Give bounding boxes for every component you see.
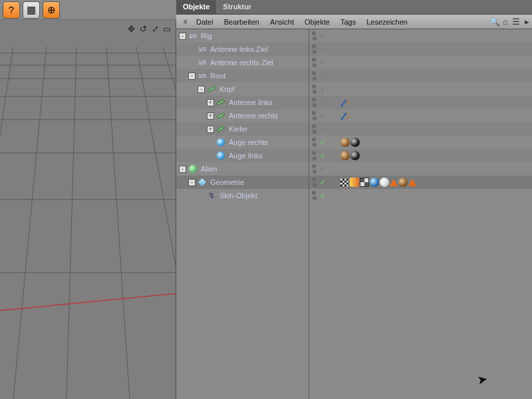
object-label[interactable]: Skin-Objekt — [217, 192, 257, 200]
visibility-dots-icon[interactable] — [312, 164, 317, 174]
weight-tag-icon[interactable] — [350, 178, 359, 187]
object-label[interactable]: Kiefer — [227, 125, 248, 133]
material-brown-tag-icon[interactable] — [340, 138, 350, 147]
tree-row[interactable]: ↯Skin-Objekt — [176, 189, 309, 202]
object-label[interactable]: Auge links — [227, 152, 263, 160]
tree-row[interactable]: -1⁄0Rig — [176, 29, 309, 43]
material-brown-tag-icon[interactable] — [340, 151, 350, 160]
svg-line-8 — [0, 47, 13, 399]
tree-row[interactable]: +Antenne links — [176, 96, 309, 109]
menu-datei[interactable]: Datei — [191, 18, 219, 26]
tab-struktur[interactable]: Struktur — [216, 0, 258, 14]
object-label[interactable]: Auge rechts — [227, 138, 268, 146]
object-menubar: ≡ Datei Bearbeiten Ansicht Objekte Tags … — [176, 15, 532, 29]
menu-grid-button[interactable]: ▦ — [23, 1, 40, 19]
visibility-dots-icon[interactable] — [312, 151, 317, 160]
viewport[interactable]: ✥ ↺ ⤢ ▭ — [0, 20, 176, 399]
visibility-dots-icon[interactable] — [312, 191, 317, 200]
menu-objekte[interactable]: Objekte — [299, 18, 335, 26]
tree-row[interactable]: +Kiefer — [176, 122, 309, 136]
object-label[interactable]: Alien — [199, 165, 217, 173]
enable-toggle[interactable]: • — [319, 45, 326, 53]
selection-tag-icon[interactable] — [340, 178, 349, 187]
expand-icon[interactable]: + — [207, 126, 214, 133]
collapse-icon[interactable]: - — [179, 166, 186, 173]
ik-tag-icon[interactable] — [340, 111, 350, 120]
object-label[interactable]: Antenne links — [227, 98, 273, 106]
enable-toggle[interactable]: ✓ — [319, 192, 326, 200]
collapse-icon[interactable]: - — [188, 179, 196, 186]
object-label[interactable]: Antenne rechts — [227, 112, 278, 120]
tag-column[interactable]: ••••••••✓✓•✓✓ — [309, 29, 532, 399]
tag-row: • — [309, 56, 532, 69]
expand-icon[interactable]: + — [207, 99, 214, 106]
collapse-icon[interactable]: - — [188, 72, 196, 80]
tree-row[interactable]: +Antenne rechts — [176, 109, 309, 122]
search-icon[interactable]: 🔍 — [489, 17, 500, 27]
tag-group — [340, 138, 360, 147]
visibility-dots-icon[interactable] — [312, 124, 317, 134]
phong-tag-icon[interactable] — [408, 179, 416, 186]
visibility-dots-icon[interactable] — [312, 45, 317, 54]
tag-row: • — [309, 122, 532, 136]
list-icon[interactable]: ☰ — [511, 17, 521, 27]
visibility-dots-icon[interactable] — [312, 31, 317, 41]
enable-toggle[interactable]: • — [319, 32, 326, 40]
visibility-dots-icon[interactable] — [312, 71, 317, 80]
enable-toggle[interactable]: • — [319, 85, 326, 93]
tree-row[interactable]: -Kopf — [176, 82, 309, 96]
expand-icon[interactable]: ▸ — [521, 17, 532, 27]
ik-tag-icon[interactable] — [340, 98, 350, 107]
enable-toggle[interactable]: • — [319, 59, 326, 66]
visibility-dots-icon[interactable] — [312, 111, 317, 120]
material-blue-tag-icon[interactable] — [370, 178, 379, 187]
visibility-dots-icon[interactable] — [312, 58, 317, 67]
tree-row[interactable]: Auge links — [176, 149, 309, 162]
enable-toggle[interactable]: • — [319, 125, 326, 133]
menu-bearbeiten[interactable]: Bearbeiten — [219, 18, 265, 26]
expand-icon[interactable]: + — [207, 112, 214, 120]
material-white-tag-icon[interactable] — [380, 178, 389, 187]
object-label[interactable]: Root — [208, 72, 225, 80]
hamburger-icon[interactable]: ≡ — [180, 18, 191, 25]
svg-line-13 — [163, 47, 176, 399]
enable-toggle[interactable]: • — [319, 72, 326, 80]
phong-tag-icon[interactable] — [390, 179, 398, 186]
enable-toggle[interactable]: • — [319, 98, 326, 106]
tree-column[interactable]: -1⁄0Rig1⁄0Antenne links.Ziel1⁄0Antenne r… — [176, 29, 309, 399]
tree-row[interactable]: 1⁄0Antenne links.Ziel — [176, 43, 309, 56]
object-label[interactable]: Kopf — [217, 85, 235, 93]
tab-objekte[interactable]: Objekte — [176, 0, 216, 14]
collapse-icon[interactable]: - — [179, 33, 186, 40]
tree-row[interactable]: -Alien — [176, 162, 309, 176]
object-label[interactable]: Geometrie — [208, 178, 244, 186]
enable-toggle[interactable]: • — [319, 112, 326, 120]
visibility-dots-icon[interactable] — [312, 84, 317, 94]
tree-row[interactable]: Auge rechts — [176, 136, 309, 149]
visibility-dots-icon[interactable] — [312, 178, 317, 187]
web-button[interactable]: ⊕ — [43, 1, 60, 19]
object-label[interactable]: Antenne rechts.Ziel — [208, 59, 273, 66]
home-icon[interactable]: ⌂ — [500, 17, 511, 27]
tree-row[interactable]: -1⁄0Root — [176, 69, 309, 82]
visibility-dots-icon[interactable] — [312, 138, 317, 147]
menu-tags[interactable]: Tags — [335, 18, 361, 26]
tree-row[interactable]: -Geometrie — [176, 176, 309, 189]
menu-lesezeichen[interactable]: Lesezeichen — [361, 18, 413, 26]
material-brown-tag-icon[interactable] — [398, 178, 408, 187]
collapse-icon[interactable]: - — [198, 86, 205, 93]
enable-toggle[interactable]: ✓ — [319, 152, 326, 160]
enable-toggle[interactable]: ✓ — [319, 138, 326, 147]
tree-row[interactable]: 1⁄0Antenne rechts.Ziel — [176, 56, 309, 69]
material-black-tag-icon[interactable] — [350, 151, 360, 160]
enable-toggle[interactable]: ✓ — [319, 178, 326, 187]
help-button[interactable]: ? — [3, 1, 20, 19]
object-label[interactable]: Rig — [199, 32, 212, 40]
uvw-tag-icon[interactable] — [360, 178, 369, 187]
menu-ansicht[interactable]: Ansicht — [265, 18, 299, 26]
tab-bar: Objekte Struktur — [176, 0, 532, 15]
material-black-tag-icon[interactable] — [350, 138, 360, 147]
object-label[interactable]: Antenne links.Ziel — [208, 45, 268, 53]
enable-toggle[interactable]: • — [319, 165, 326, 173]
visibility-dots-icon[interactable] — [312, 98, 317, 107]
